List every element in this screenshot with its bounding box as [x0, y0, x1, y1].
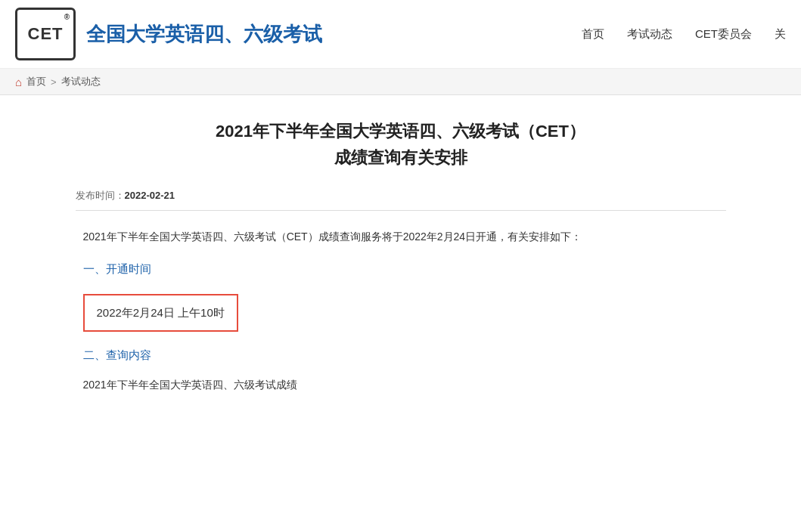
publish-date: 2022-02-21	[125, 190, 175, 201]
breadcrumb-home[interactable]: 首页	[26, 75, 46, 88]
nav-committee[interactable]: CET委员会	[695, 27, 752, 42]
logo-area: CET ® 全国大学英语四、六级考试	[15, 8, 322, 60]
nav-home[interactable]: 首页	[582, 27, 604, 42]
nav-news[interactable]: 考试动态	[627, 27, 672, 42]
section1-heading: 一、开通时间	[76, 258, 726, 280]
main-nav: 首页 考试动态 CET委员会 关	[582, 27, 786, 42]
reg-mark: ®	[64, 13, 70, 21]
header: CET ® 全国大学英语四、六级考试 首页 考试动态 CET委员会 关	[0, 0, 801, 69]
home-icon: ⌂	[15, 76, 22, 88]
article-intro: 2021年下半年全国大学英语四、六级考试（CET）成绩查询服务将于2022年2月…	[76, 226, 726, 247]
publish-label: 发布时间：	[76, 190, 125, 201]
site-title: 全国大学英语四、六级考试	[86, 21, 322, 48]
article-body: 2021年下半年全国大学英语四、六级考试（CET）成绩查询服务将于2022年2月…	[76, 226, 726, 395]
highlight-date-box: 2022年2月24日 上午10时	[83, 294, 238, 332]
content-area: 2021年下半年全国大学英语四、六级考试（CET） 成绩查询有关安排 发布时间：…	[61, 95, 741, 436]
breadcrumb-current: 考试动态	[61, 75, 101, 88]
cet-logo: CET ®	[15, 8, 76, 60]
highlight-date: 2022年2月24日 上午10时	[97, 306, 225, 319]
divider	[76, 210, 726, 211]
article-title-line1: 2021年下半年全国大学英语四、六级考试（CET）	[76, 118, 726, 144]
section2-heading: 二、查询内容	[76, 344, 726, 367]
breadcrumb-separator: >	[51, 76, 57, 88]
article-title-line2: 成绩查询有关安排	[76, 144, 726, 171]
breadcrumb: ⌂ 首页 > 考试动态	[0, 69, 801, 95]
publish-info: 发布时间：2022-02-21	[76, 189, 726, 203]
article-title: 2021年下半年全国大学英语四、六级考试（CET） 成绩查询有关安排	[76, 118, 726, 171]
nav-about[interactable]: 关	[775, 27, 786, 42]
logo-text: CET	[28, 24, 64, 44]
section2-content: 2021年下半年全国大学英语四、六级考试成绩	[76, 374, 726, 395]
